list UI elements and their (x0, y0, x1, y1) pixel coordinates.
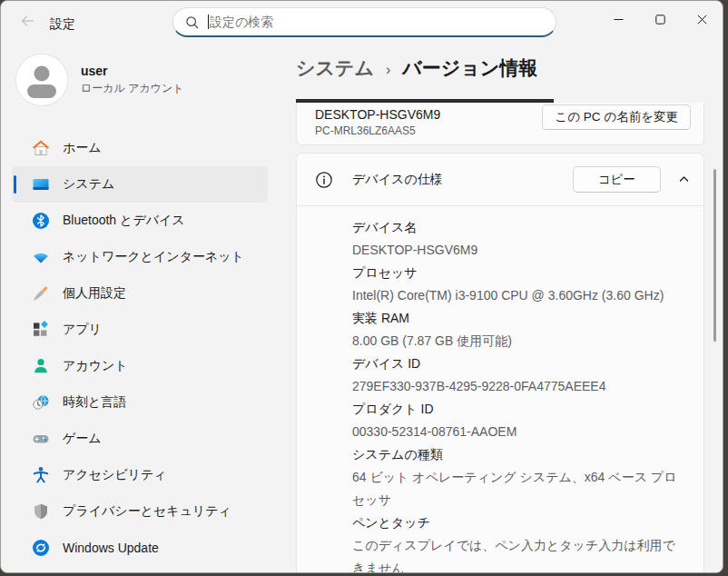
sidebar-nav: ホーム システム Bluetooth とデバイス (12, 130, 268, 566)
page-title: バージョン情報 (402, 55, 537, 81)
sidebar-item-bluetooth-devices[interactable]: Bluetooth とデバイス (12, 203, 268, 239)
personalization-icon (32, 284, 50, 303)
search-icon (184, 15, 200, 30)
minimize-button[interactable] (597, 1, 639, 37)
search-box[interactable] (172, 7, 556, 37)
main-content: システム › バージョン情報 DESKTOP-HSGV6M9 PC-MRL36L… (273, 46, 723, 572)
spec-row: 実装 RAM 8.00 GB (7.87 GB 使用可能) (352, 307, 685, 353)
device-specs-card: デバイスの仕様 コピー デバイス名 DESKTOP-HSGV6M9 プロセッサ … (296, 153, 704, 573)
privacy-icon (32, 502, 50, 521)
sidebar-item-privacy-security[interactable]: プライバシーとセキュリティ (12, 493, 268, 530)
sidebar-item-windows-update[interactable]: Windows Update (12, 530, 268, 566)
apps-icon (32, 321, 50, 339)
sidebar-item-gaming[interactable]: ゲーム (12, 421, 268, 457)
windows-update-icon (32, 539, 50, 557)
close-icon (697, 15, 707, 25)
minimize-icon (614, 15, 624, 25)
breadcrumb-parent[interactable]: システム (296, 55, 374, 81)
app-title: 設定 (50, 16, 75, 33)
sidebar-item-home[interactable]: ホーム (12, 130, 268, 166)
spec-row: プロダクト ID 00330-52314-08761-AAOEM (352, 398, 685, 443)
device-specs-header[interactable]: デバイスの仕様 コピー (297, 154, 703, 205)
back-arrow-icon (20, 14, 34, 32)
back-button[interactable] (12, 8, 43, 37)
screenshot: 設定 (0, 0, 728, 576)
spec-row: プロセッサ Intel(R) Core(TM) i3-9100 CPU @ 3.… (352, 262, 685, 307)
scrollbar[interactable] (713, 169, 716, 342)
settings-window: 設定 (0, 0, 723, 573)
maximize-button[interactable] (639, 1, 681, 37)
breadcrumb-separator: › (386, 62, 390, 78)
search-input[interactable] (210, 15, 545, 29)
sidebar-item-system[interactable]: システム (12, 166, 268, 203)
sidebar-item-accessibility[interactable]: アクセシビリティ (12, 457, 268, 493)
device-name-card: DESKTOP-HSGV6M9 PC-MRL36LZ6AAS5 この PC の名… (296, 103, 704, 145)
rename-pc-button[interactable]: この PC の名前を変更 (542, 104, 691, 130)
close-button[interactable] (681, 1, 723, 37)
bluetooth-icon (32, 212, 50, 230)
sidebar-item-apps[interactable]: アプリ (12, 312, 268, 348)
device-specs-title: デバイスの仕様 (352, 172, 443, 188)
time-language-icon (32, 393, 50, 412)
text-caret (208, 15, 209, 29)
user-account-type: ローカル アカウント (81, 81, 184, 96)
spec-row: ペンとタッチ このディスプレイでは、ペン入力とタッチ入力は利用できません (352, 511, 685, 573)
accounts-icon (32, 357, 50, 375)
spec-row: システムの種類 64 ビット オペレーティング システム、x64 ベース プロセ… (352, 443, 685, 511)
system-icon (32, 175, 50, 194)
user-name: user (81, 64, 184, 78)
copy-button[interactable]: コピー (573, 166, 661, 193)
accessibility-icon (32, 466, 50, 484)
device-specs-body: デバイス名 DESKTOP-HSGV6M9 プロセッサ Intel(R) Cor… (297, 206, 703, 573)
maximize-icon (655, 15, 665, 25)
gaming-icon (32, 430, 50, 448)
spec-row: デバイス名 DESKTOP-HSGV6M9 (352, 216, 685, 262)
sidebar-item-network-internet[interactable]: ネットワークとインターネット (12, 239, 268, 275)
home-icon (32, 139, 50, 157)
avatar (16, 55, 67, 105)
spec-row: デバイス ID 279EF330-937B-4295-9228-0FA4775A… (352, 353, 685, 398)
breadcrumb: システム › バージョン情報 (296, 55, 537, 81)
sidebar-item-personalization[interactable]: 個人用設定 (12, 275, 268, 312)
network-icon (32, 248, 50, 266)
window-controls (597, 1, 723, 37)
sidebar-item-time-language[interactable]: 時刻と言語 (12, 384, 268, 421)
info-icon (315, 171, 333, 189)
titlebar: 設定 (1, 1, 723, 46)
sidebar-item-accounts[interactable]: アカウント (12, 348, 268, 384)
sidebar: user ローカル アカウント ホーム システム (1, 46, 273, 572)
user-account-chip[interactable]: user ローカル アカウント (16, 55, 184, 105)
person-icon (16, 55, 67, 105)
chevron-up-icon[interactable] (674, 171, 693, 189)
